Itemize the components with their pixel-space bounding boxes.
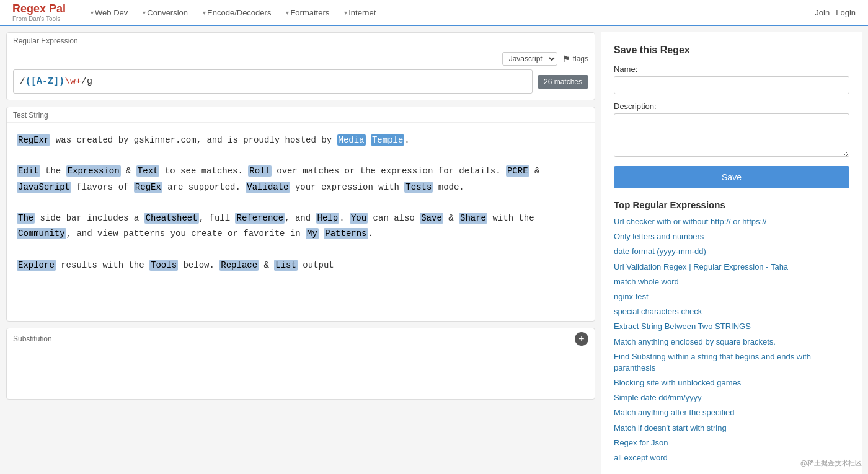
right-panel: Save this Regex Name: Description: Save … bbox=[601, 32, 862, 474]
match-roll: Roll bbox=[248, 165, 272, 177]
nav-formatters[interactable]: ▾ Formatters bbox=[280, 6, 335, 20]
expression-link[interactable]: match whole word bbox=[614, 276, 849, 287]
expression-link[interactable]: Match anything enclosed by square bracke… bbox=[614, 336, 849, 348]
expression-link[interactable]: nginx test bbox=[614, 291, 849, 302]
match-reference: Reference bbox=[235, 213, 285, 224]
match-community: Community bbox=[17, 228, 66, 239]
substitution-section: Substitution + bbox=[6, 328, 595, 400]
match-regex: RegEx bbox=[134, 182, 162, 193]
flag-icon: ⚑ bbox=[562, 54, 570, 64]
desc-input[interactable] bbox=[614, 113, 849, 157]
slash-close: /g bbox=[81, 76, 92, 87]
nav-formatters-arrow: ▾ bbox=[286, 9, 289, 16]
slash-open: / bbox=[20, 76, 25, 87]
match-the: The bbox=[17, 213, 35, 224]
match-javascript: JavaScript bbox=[17, 182, 71, 193]
regex-input-row: /([A-Z])\w+/g 26 matches bbox=[7, 66, 595, 100]
match-save: Save bbox=[420, 213, 443, 224]
regex-toolbar: Javascript ⚑ flags bbox=[7, 48, 595, 66]
watermark: @稀土掘金技术社区 bbox=[800, 459, 862, 468]
nav-conversion-arrow: ▾ bbox=[143, 9, 146, 16]
match-temple: Temple bbox=[371, 134, 404, 146]
test-label: Test String bbox=[7, 107, 595, 123]
expression-link[interactable]: Extract String Between Two STRINGS bbox=[614, 321, 849, 332]
logo-title: Regex Pal bbox=[12, 2, 66, 15]
match-pcre: PCRE bbox=[506, 165, 529, 177]
nav-right: Join Login bbox=[815, 8, 856, 17]
regex-display[interactable]: /([A-Z])\w+/g bbox=[13, 69, 533, 94]
save-title: Save this Regex bbox=[614, 45, 849, 56]
match-text: Text bbox=[136, 165, 160, 177]
subst-label: Substitution bbox=[13, 335, 52, 343]
flags-button[interactable]: ⚑ flags bbox=[562, 54, 588, 64]
pattern: \w+ bbox=[64, 76, 81, 87]
header: Regex Pal From Dan's Tools ▾ Web Dev ▾ C… bbox=[0, 0, 868, 26]
top-expressions-title: Top Regular Expressions bbox=[614, 200, 849, 210]
match-explore: Explore bbox=[17, 260, 56, 271]
expression-link[interactable]: Find Substring within a string that begi… bbox=[614, 351, 849, 374]
match-cheatsheet: Cheatsheet bbox=[144, 213, 199, 224]
subst-header: Substitution + bbox=[7, 328, 595, 349]
match-tests: Tests bbox=[404, 182, 433, 193]
nav-encode[interactable]: ▾ Encode/Decoders bbox=[197, 6, 277, 20]
logo-area: Regex Pal From Dan's Tools bbox=[12, 2, 66, 22]
join-link[interactable]: Join bbox=[815, 8, 830, 17]
subst-body bbox=[7, 349, 595, 399]
add-substitution-button[interactable]: + bbox=[575, 332, 588, 346]
name-input[interactable] bbox=[614, 76, 849, 94]
match-patterns: Patterns bbox=[324, 228, 368, 239]
save-button[interactable]: Save bbox=[614, 166, 849, 188]
matches-badge: 26 matches bbox=[538, 75, 588, 89]
match-list: List bbox=[274, 260, 298, 271]
logo-sub: From Dan's Tools bbox=[12, 15, 66, 22]
expression-link[interactable]: Regex for Json bbox=[614, 437, 849, 449]
language-select[interactable]: Javascript bbox=[502, 52, 557, 66]
expression-list: Url checker with or without http:// or h… bbox=[614, 216, 849, 463]
expression-link[interactable]: special characters check bbox=[614, 306, 849, 317]
match-share: Share bbox=[459, 213, 487, 224]
expression-link[interactable]: Simple date dd/mm/yyyy bbox=[614, 392, 849, 403]
expression-link[interactable]: date format (yyyy-mm-dd) bbox=[614, 246, 849, 257]
nav-webdev[interactable]: ▾ Web Dev bbox=[84, 6, 134, 20]
bracket-group: ([A-Z]) bbox=[25, 76, 64, 87]
match-validate: Validate bbox=[246, 182, 290, 193]
regex-section: Regular Expression Javascript ⚑ flags /(… bbox=[6, 32, 595, 100]
expression-link[interactable]: Match anything after the specified bbox=[614, 407, 849, 418]
name-label: Name: bbox=[614, 64, 849, 74]
expression-link[interactable]: Match if doesn't start with string bbox=[614, 423, 849, 434]
login-link[interactable]: Login bbox=[836, 8, 856, 17]
match-my: My bbox=[306, 228, 319, 239]
match-edit: Edit bbox=[17, 165, 40, 177]
match-expression: Expression bbox=[66, 165, 121, 177]
expression-link[interactable]: Url checker with or without http:// or h… bbox=[614, 216, 849, 227]
match-help: Help bbox=[316, 213, 340, 224]
nav-internet-arrow: ▾ bbox=[344, 9, 347, 16]
nav-webdev-arrow: ▾ bbox=[91, 9, 94, 16]
expression-link[interactable]: Url Validation Regex | Regular Expressio… bbox=[614, 261, 849, 273]
match-tools: Tools bbox=[149, 260, 178, 271]
left-panel: Regular Expression Javascript ⚑ flags /(… bbox=[6, 32, 595, 474]
match-you: You bbox=[350, 213, 368, 224]
test-string-area[interactable]: RegExr was created by gskinner.com, and … bbox=[7, 123, 595, 321]
match-replace: Replace bbox=[219, 260, 259, 271]
expression-link[interactable]: Blocking site with unblocked games bbox=[614, 377, 849, 388]
desc-label: Description: bbox=[614, 102, 849, 111]
main-layout: Regular Expression Javascript ⚑ flags /(… bbox=[0, 26, 868, 474]
regex-label: Regular Expression bbox=[7, 33, 595, 48]
match-media: Media bbox=[337, 134, 366, 146]
nav-conversion[interactable]: ▾ Conversion bbox=[136, 6, 194, 20]
nav-internet[interactable]: ▾ Internet bbox=[338, 6, 382, 20]
nav-encode-arrow: ▾ bbox=[203, 9, 206, 16]
test-section: Test String RegExr was created by gskinn… bbox=[6, 107, 595, 322]
expression-link[interactable]: Only letters and numbers bbox=[614, 231, 849, 242]
match-regexr: RegExr bbox=[17, 134, 50, 146]
main-nav: ▾ Web Dev ▾ Conversion ▾ Encode/Decoders… bbox=[84, 6, 815, 20]
